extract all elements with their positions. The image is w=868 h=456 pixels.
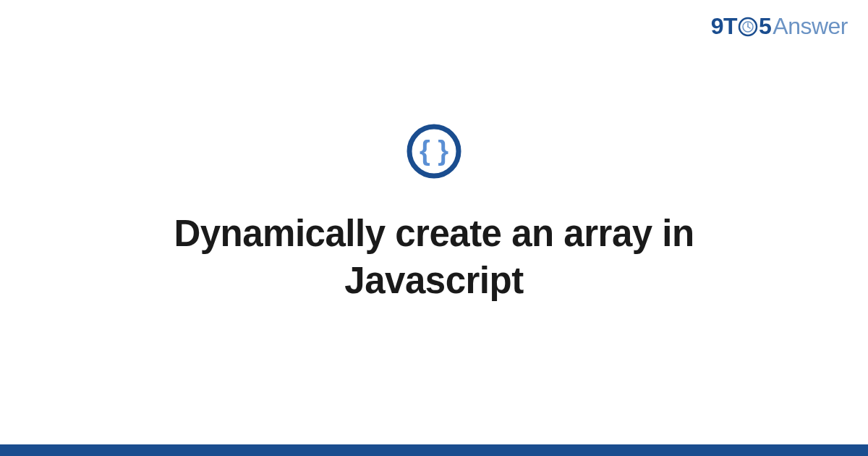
footer-accent-bar xyxy=(0,444,868,456)
main-content: { } Dynamically create an array in Javas… xyxy=(0,0,868,456)
code-braces-icon: { } xyxy=(406,123,462,180)
svg-text:{ }: { } xyxy=(420,135,448,166)
category-icon-container: { } xyxy=(406,123,462,180)
page-title: Dynamically create an array in Javascrip… xyxy=(109,210,760,305)
